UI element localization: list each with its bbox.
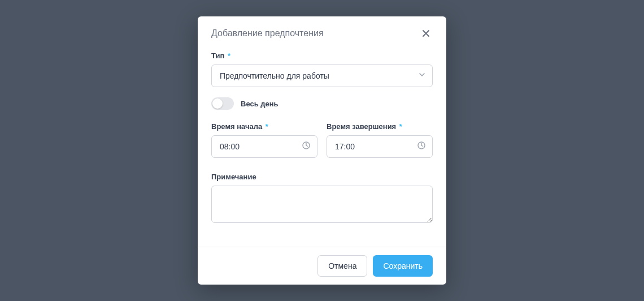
save-button[interactable]: Сохранить	[373, 255, 433, 277]
required-mark: *	[399, 122, 402, 131]
close-button[interactable]	[419, 27, 433, 40]
type-select-wrap	[211, 64, 433, 87]
end-time-label: Время завершения *	[327, 122, 433, 131]
allday-toggle[interactable]	[211, 97, 234, 110]
allday-label: Весь день	[241, 100, 279, 108]
start-time-col: Время начала *	[211, 122, 317, 158]
cancel-button[interactable]: Отмена	[317, 255, 367, 277]
modal-footer: Отмена Сохранить	[198, 247, 446, 285]
type-select[interactable]	[211, 64, 433, 87]
time-row: Время начала * Время завершения *	[211, 122, 433, 158]
add-preference-modal: Добавление предпочтения Тип * Весь день	[198, 16, 446, 285]
start-time-input-wrap	[211, 135, 317, 158]
modal-header: Добавление предпочтения	[198, 16, 446, 48]
type-label: Тип *	[211, 51, 433, 60]
required-mark: *	[266, 122, 268, 131]
start-time-input[interactable]	[211, 135, 317, 158]
modal-title: Добавление предпочтения	[211, 28, 324, 38]
toggle-knob	[212, 98, 223, 109]
start-time-label: Время начала *	[211, 122, 317, 131]
type-field-group: Тип *	[211, 51, 433, 87]
type-label-text: Тип	[211, 51, 224, 60]
start-time-label-text: Время начала	[211, 122, 262, 131]
required-mark: *	[228, 51, 230, 60]
close-icon	[421, 29, 430, 38]
note-textarea[interactable]	[211, 186, 433, 223]
note-label: Примечание	[211, 173, 433, 181]
end-time-input-wrap	[327, 135, 433, 158]
modal-body: Тип * Весь день Время начала *	[198, 48, 446, 247]
end-time-label-text: Время завершения	[327, 122, 396, 131]
allday-row: Весь день	[211, 97, 433, 110]
end-time-input[interactable]	[327, 135, 433, 158]
end-time-col: Время завершения *	[327, 122, 433, 158]
note-field-group: Примечание	[211, 173, 433, 225]
